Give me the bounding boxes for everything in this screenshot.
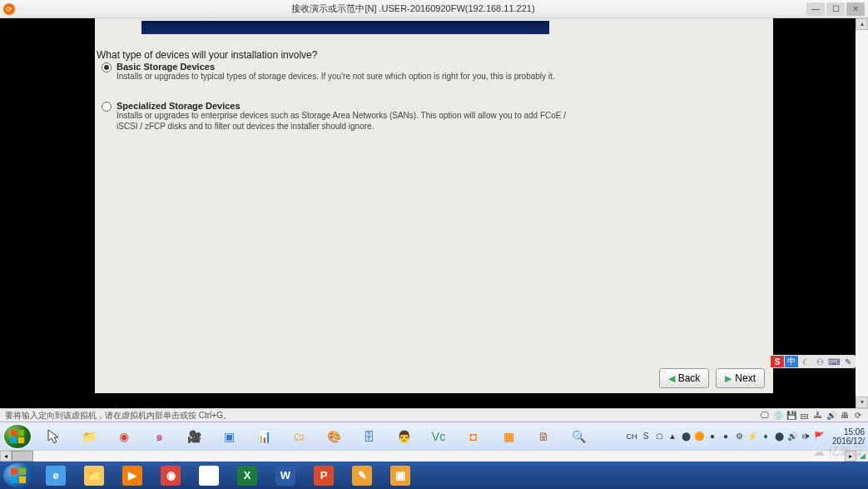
ie-icon[interactable]: e bbox=[38, 464, 73, 487]
tray-icon[interactable]: ● bbox=[707, 431, 718, 442]
search-icon[interactable]: 🔍 bbox=[563, 425, 594, 448]
horizontal-scrollbar[interactable]: ◂ ▸ ◢ bbox=[0, 450, 868, 462]
inner-clock[interactable]: 15:06 2016/12/ bbox=[832, 427, 865, 446]
tray-icon[interactable]: ⬤ bbox=[680, 431, 692, 442]
hscroll-thumb[interactable] bbox=[12, 451, 33, 462]
device-icon[interactable]: 💿 bbox=[773, 411, 783, 421]
tray-icon[interactable]: 🕪 bbox=[800, 431, 811, 442]
vm-display[interactable]: What type of devices will your installat… bbox=[0, 18, 868, 408]
orange-app-icon[interactable]: ◘ bbox=[458, 425, 489, 448]
swirl-icon[interactable]: ๑ bbox=[143, 425, 175, 448]
clock-time: 15:06 bbox=[832, 427, 865, 437]
tray-icon[interactable]: 🚩 bbox=[813, 431, 825, 442]
cloud-icon: ☁ bbox=[813, 445, 825, 458]
scroll-down-button[interactable]: ▾ bbox=[856, 397, 868, 408]
tray-icon[interactable]: 🔊 bbox=[786, 431, 798, 442]
installer-banner bbox=[141, 21, 549, 34]
media-icon[interactable]: ▶ bbox=[115, 464, 150, 487]
option-specialized-desc: Installs or upgrades to enterprise devic… bbox=[117, 111, 583, 132]
app-icon[interactable]: ▣ bbox=[383, 464, 418, 487]
svg-rect-7 bbox=[19, 477, 26, 483]
device-icon[interactable]: 🖶 bbox=[840, 411, 850, 421]
device-icon[interactable]: 🔊 bbox=[826, 411, 836, 421]
arrow-left-icon: ◀ bbox=[668, 373, 675, 384]
device-icon[interactable]: 💾 bbox=[786, 411, 796, 421]
ppt-icon[interactable]: P bbox=[306, 464, 341, 487]
installer-question: What type of devices will your installat… bbox=[97, 49, 317, 61]
watermark: ☁ 亿速云 bbox=[813, 444, 863, 459]
tray-icon[interactable]: ⬤ bbox=[773, 431, 785, 442]
note-icon[interactable]: ✎ bbox=[345, 464, 379, 487]
ime-person-icon[interactable]: ⚇ bbox=[813, 356, 826, 367]
word-icon[interactable]: W bbox=[268, 464, 303, 487]
option-basic: Basic Storage Devices Installs or upgrad… bbox=[102, 62, 751, 82]
tray-icon[interactable]: S bbox=[640, 431, 652, 442]
excel-icon[interactable]: X bbox=[230, 464, 265, 487]
next-button[interactable]: ▶Next bbox=[716, 368, 765, 388]
back-button[interactable]: ◀Back bbox=[659, 368, 710, 388]
camera-icon[interactable]: 🎥 bbox=[178, 425, 210, 448]
installer-window: What type of devices will your installat… bbox=[95, 18, 773, 393]
folder-b-icon[interactable]: 🗂 bbox=[283, 425, 315, 448]
ime-lang-icon[interactable]: 中 bbox=[785, 356, 798, 367]
device-icon[interactable]: 🖵 bbox=[760, 411, 770, 421]
vm-status-bar: 要将输入定向到该虚拟机，请在虚拟机内部单击或按 Ctrl+G。 🖵💿💾🖴🖧🔊🖶⟳ bbox=[0, 408, 868, 422]
avatar-icon[interactable]: 👨 bbox=[388, 425, 419, 448]
inner-taskbar: 📁◉๑🎥▣📊🗂🎨🗄👨Vc◘▦🗎🔍 CH S☖▲⬤🟠●●⚙⚡♦⬤🔊🕪🚩 15:06… bbox=[0, 422, 868, 450]
scroll-left-button[interactable]: ◂ bbox=[0, 451, 12, 462]
device-icon[interactable]: 🖧 bbox=[813, 411, 823, 421]
start-button-inner[interactable] bbox=[3, 424, 32, 449]
ime-s-icon[interactable]: S bbox=[771, 356, 784, 367]
outer-titlebar: ⟳ 接收演示或示范中[N] .USER-20160920FW(192.168.1… bbox=[0, 0, 868, 18]
cursor-app-icon[interactable] bbox=[38, 425, 70, 448]
svg-rect-1 bbox=[18, 429, 24, 435]
doc-icon[interactable]: 🗎 bbox=[528, 425, 559, 448]
store-icon[interactable]: 🛍 bbox=[191, 464, 226, 487]
chrome-icon[interactable]: ◉ bbox=[108, 425, 140, 448]
outer-taskbar: e📁▶◉🛍XWP✎▣ bbox=[0, 462, 868, 489]
tray-icon[interactable]: ⚙ bbox=[733, 431, 745, 442]
back-label: Back bbox=[678, 372, 701, 384]
minimize-button[interactable]: — bbox=[806, 2, 825, 16]
tray-icon[interactable]: ☖ bbox=[653, 431, 665, 442]
server-icon[interactable]: 🗄 bbox=[353, 425, 384, 448]
option-specialized-title: Specialized Storage Devices bbox=[117, 101, 583, 111]
ime-tool-icon[interactable]: ✎ bbox=[841, 356, 855, 367]
ime-keyboard-icon[interactable]: ⌨ bbox=[827, 356, 841, 367]
close-button[interactable]: ✕ bbox=[846, 2, 865, 16]
tray-icon[interactable]: ⚡ bbox=[746, 431, 758, 442]
vm-status-text: 要将输入定向到该虚拟机，请在虚拟机内部单击或按 Ctrl+G。 bbox=[5, 410, 760, 422]
palette-icon[interactable]: 🎨 bbox=[318, 425, 350, 448]
svg-rect-2 bbox=[11, 437, 17, 442]
ime-moon-icon[interactable]: ☾ bbox=[799, 356, 812, 367]
orange-b-icon[interactable]: ▦ bbox=[493, 425, 524, 448]
scroll-track[interactable] bbox=[856, 30, 868, 397]
hscroll-track[interactable] bbox=[12, 451, 845, 462]
next-label: Next bbox=[735, 372, 756, 384]
file-manager-icon[interactable]: 📁 bbox=[73, 425, 105, 448]
explorer-icon[interactable]: 📁 bbox=[77, 464, 112, 487]
option-basic-desc: Installs or upgrades to typical types of… bbox=[117, 72, 555, 82]
tray-icon[interactable]: ♦ bbox=[760, 431, 771, 442]
ime-toolbar[interactable]: S 中 ☾ ⚇ ⌨ ✎ bbox=[770, 355, 856, 368]
vm-device-icons: 🖵💿💾🖴🖧🔊🖶⟳ bbox=[760, 411, 863, 421]
chrome2-icon[interactable]: ◉ bbox=[153, 464, 188, 487]
scroll-up-button[interactable]: ▴ bbox=[856, 18, 868, 30]
tray-lang[interactable]: CH bbox=[626, 431, 637, 442]
chart-icon[interactable]: 📊 bbox=[248, 425, 280, 448]
tray-icon[interactable]: ▲ bbox=[667, 431, 678, 442]
device-icon[interactable]: 🖴 bbox=[800, 411, 810, 421]
arrow-right-icon: ▶ bbox=[725, 373, 732, 384]
start-button-outer[interactable] bbox=[3, 463, 33, 488]
vmware-icon[interactable]: ▣ bbox=[213, 425, 245, 448]
maximize-button[interactable]: ☐ bbox=[826, 2, 845, 16]
tray-icon[interactable]: ● bbox=[720, 431, 732, 442]
vnc-icon[interactable]: Vc bbox=[423, 425, 454, 448]
tray-icon[interactable]: 🟠 bbox=[693, 431, 705, 442]
radio-basic[interactable] bbox=[102, 62, 112, 72]
window-title: 接收演示或示范中[N] .USER-20160920FW(192.168.11.… bbox=[20, 2, 806, 15]
vertical-scrollbar[interactable]: ▴ ▾ bbox=[856, 18, 868, 408]
radio-specialized[interactable] bbox=[102, 102, 112, 112]
app-icon: ⟳ bbox=[3, 3, 15, 15]
device-icon[interactable]: ⟳ bbox=[853, 411, 863, 421]
